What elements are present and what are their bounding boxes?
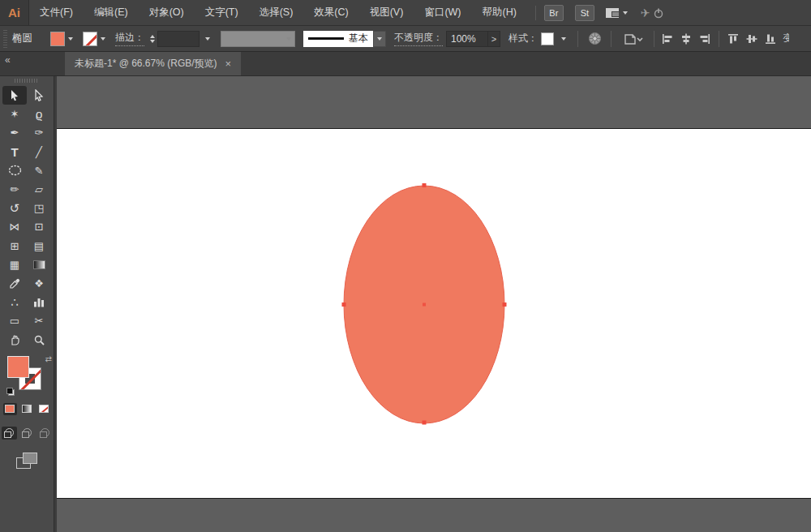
ellipse-tool[interactable] [2,161,27,180]
transform-link-clipped[interactable]: 变换 [783,32,789,45]
width-tool[interactable]: ⋈ [2,217,27,236]
blob-brush-tool[interactable]: ✑ [27,123,51,142]
color-mode-button[interactable] [3,403,17,415]
menu-select[interactable]: 选择(S) [249,0,304,25]
lasso-tool[interactable]: ϱ [27,105,51,123]
line-segment-tool[interactable]: ╱ [27,143,51,161]
stroke-weight-stepper[interactable] [150,35,155,43]
column-graph-tool[interactable] [27,293,51,311]
center-point-marker[interactable] [423,303,426,307]
graphic-style-swatch[interactable] [541,32,554,45]
align-top-icon[interactable] [727,33,739,45]
gradient-swatch-icon [22,405,32,413]
power-icon[interactable] [653,7,664,19]
paintbrush-tool[interactable]: ✎ [27,161,51,180]
selection-tool[interactable] [2,86,27,105]
magic-wand-tool[interactable]: ✶ [2,105,27,123]
chevron-down-icon[interactable] [101,37,105,41]
menu-help[interactable]: 帮助(H) [472,0,527,25]
opacity-label[interactable]: 不透明度： [394,31,443,46]
align-bottom-icon[interactable] [765,33,776,45]
draw-inside-button[interactable] [37,427,53,440]
artwork-layer [57,76,811,532]
menu-file[interactable]: 文件(F) [29,0,84,25]
stroke-weight-label[interactable]: 描边： [115,31,144,46]
opacity-expand-button[interactable]: > [488,31,500,47]
stroke-color-control[interactable] [83,32,110,46]
app-logo[interactable]: Ai [0,0,29,25]
anchor-right[interactable] [503,302,507,307]
menu-edit[interactable]: 编辑(E) [84,0,139,25]
stroke-none-swatch[interactable] [83,32,97,46]
gradient-mode-button[interactable] [20,403,34,415]
direct-selection-tool[interactable] [27,86,51,105]
gradient-tool[interactable] [27,255,51,274]
align-left-icon[interactable] [662,33,673,45]
fill-swatch[interactable] [50,32,65,46]
isolate-object-button[interactable] [619,30,646,48]
align-horizontal-center-icon[interactable] [680,33,692,45]
stock-button[interactable]: St [575,5,594,21]
eyedropper-tool[interactable] [2,274,27,293]
anchor-left[interactable] [342,302,346,307]
blend-tool[interactable]: ❖ [27,274,51,293]
menu-view[interactable]: 视图(V) [359,0,414,25]
pen-tool[interactable]: ✒ [2,123,27,142]
dock-collapse-button[interactable]: « [0,52,57,75]
selection-arrow-icon [10,89,19,101]
rotate-tool[interactable]: ↺ [2,199,27,217]
panel-drag-handle[interactable] [15,79,39,83]
draw-normal-button[interactable] [2,427,17,440]
stroke-weight-input[interactable] [157,31,200,47]
stroke-style-preview[interactable]: 基本 [303,31,373,47]
divider [535,6,536,20]
pencil-tool[interactable]: ✏ [2,180,27,199]
shape-builder-tool[interactable]: ⊞ [2,237,27,255]
default-fill-stroke-icon[interactable] [6,388,15,396]
mesh-tool[interactable]: ▦ [2,255,27,274]
brush-definition-dropdown[interactable] [221,31,295,47]
gradient-swatch-icon [33,260,45,269]
document-tab[interactable]: 未标题-1* @ 66.67% (RGB/预览) × [65,52,241,75]
menu-type[interactable]: 文字(T) [195,0,249,25]
none-mode-button[interactable] [37,403,51,415]
change-screen-mode-button[interactable] [16,453,37,469]
scale-tool[interactable]: ◳ [27,199,51,217]
stroke-style-dropdown[interactable] [373,31,386,47]
type-tool[interactable]: T [2,143,27,161]
draw-behind-button[interactable] [19,427,35,440]
align-vertical-center-icon[interactable] [746,33,757,45]
eraser-tool[interactable]: ▱ [27,180,51,199]
send-plane-icon[interactable]: ✈ [641,6,650,19]
hand-tool[interactable] [2,330,27,349]
slice-tool[interactable]: ✂ [27,311,51,330]
menu-window[interactable]: 窗口(W) [414,0,471,25]
menu-object[interactable]: 对象(O) [139,0,195,25]
opacity-input[interactable]: 100% [446,31,488,47]
artboard-tool[interactable]: ▭ [2,311,27,330]
perspective-grid-tool[interactable]: ▤ [27,237,51,255]
swap-fill-stroke-icon[interactable]: ⇄ [45,354,52,363]
tools-dock: ✶ ϱ ✒ ✑ T ╱ ✎ ✏ ▱ ↺ ◳ ⋈ ⊡ ⊞ ▤ [0,76,57,532]
align-right-icon[interactable] [699,33,710,45]
workspace-switcher[interactable] [606,8,628,18]
graphic-style-dropdown[interactable] [557,31,570,47]
zoom-tool[interactable] [27,330,51,349]
tab-row: « 未标题-1* @ 66.67% (RGB/预览) × [0,52,811,76]
symbol-sprayer-tool[interactable]: ∴ [2,293,27,311]
chevron-down-icon [623,11,628,15]
fill-indicator[interactable] [7,356,29,378]
recolor-artwork-button[interactable] [586,30,603,48]
close-icon[interactable]: × [225,58,232,70]
document-title: 未标题-1* @ 66.67% (RGB/预览) [75,57,217,71]
menu-effect[interactable]: 效果(C) [303,0,358,25]
stroke-weight-dropdown[interactable] [201,31,214,47]
panel-grip[interactable] [3,30,7,48]
free-transform-tool[interactable]: ⊡ [27,217,51,236]
canvas-area[interactable] [57,76,811,532]
fill-color-control[interactable] [50,32,78,46]
anchor-bottom[interactable] [423,421,427,425]
anchor-top[interactable] [423,183,427,187]
bridge-button[interactable]: Br [544,5,564,21]
chevron-down-icon[interactable] [68,37,73,41]
